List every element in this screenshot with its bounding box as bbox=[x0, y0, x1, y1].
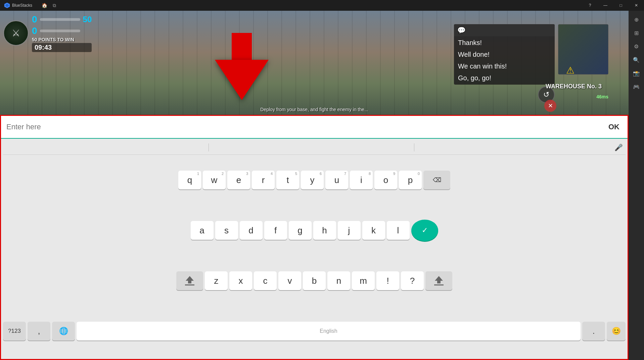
arrow-shaft bbox=[232, 33, 252, 60]
key-b[interactable]: b bbox=[303, 271, 326, 290]
key-e[interactable]: e3 bbox=[227, 171, 250, 189]
home-icon[interactable]: 🏠 bbox=[40, 2, 49, 9]
chat-option-1[interactable]: Thanks! bbox=[458, 39, 551, 47]
key-y[interactable]: y6 bbox=[301, 171, 324, 189]
sidebar-btn-6[interactable]: 🎮 bbox=[630, 81, 642, 93]
chat-option-3[interactable]: We can win this! bbox=[458, 62, 551, 70]
key-z[interactable]: z bbox=[205, 271, 228, 290]
chat-icon: 💬 bbox=[457, 26, 466, 34]
sidebar-btn-5[interactable]: 📸 bbox=[630, 67, 642, 79]
suggestion-divider-1 bbox=[209, 143, 209, 151]
chat-header: 💬 bbox=[454, 24, 555, 36]
game-timer: 09:43 bbox=[32, 43, 92, 52]
red-arrow-indicator bbox=[215, 34, 269, 100]
points-to-win-label: 50 POINTS TO WIN bbox=[32, 37, 92, 42]
key-u[interactable]: u7 bbox=[325, 171, 348, 189]
chat-option-4[interactable]: Go, go, go! bbox=[458, 74, 551, 82]
key-f[interactable]: f bbox=[264, 221, 287, 240]
key-k[interactable]: k bbox=[362, 221, 385, 240]
sidebar-btn-2[interactable]: ⊞ bbox=[630, 27, 642, 39]
comma-key[interactable]: , bbox=[28, 322, 50, 341]
latency-display: 46ms bbox=[596, 94, 608, 99]
emoji-key[interactable]: 😊 bbox=[607, 322, 626, 341]
key-q[interactable]: q1 bbox=[178, 171, 201, 189]
minimap: ⚠ bbox=[558, 24, 608, 75]
key-exclamation[interactable]: ! bbox=[376, 271, 399, 290]
key-s[interactable]: s bbox=[215, 221, 238, 240]
key-g[interactable]: g bbox=[289, 221, 312, 240]
key-x[interactable]: x bbox=[229, 271, 252, 290]
sidebar-btn-4[interactable]: 🔍 bbox=[630, 54, 642, 66]
red-score: 0 bbox=[32, 26, 37, 36]
right-sidebar: ⊕ ⊞ ⚙ 🔍 📸 🎮 bbox=[629, 11, 644, 360]
backspace-key[interactable]: ⌫ bbox=[423, 171, 450, 189]
key-p[interactable]: p0 bbox=[399, 171, 422, 189]
warning-icon: ⚠ bbox=[566, 65, 574, 75]
titlebar-nav-icons: 🏠 ⧉ bbox=[40, 2, 57, 9]
period-key[interactable]: . bbox=[582, 322, 605, 341]
keyboard-row-3: z x c v b n m ! ? bbox=[3, 256, 626, 306]
enter-key[interactable]: ✓ bbox=[411, 220, 438, 241]
ok-button[interactable]: OK bbox=[606, 121, 622, 133]
suggestion-divider-2 bbox=[414, 143, 414, 151]
text-input-field[interactable] bbox=[6, 123, 602, 131]
key-t[interactable]: t5 bbox=[276, 171, 299, 189]
shift-right-key[interactable] bbox=[425, 271, 452, 290]
key-a[interactable]: a bbox=[191, 221, 214, 240]
key-w[interactable]: w2 bbox=[203, 171, 226, 189]
sidebar-btn-1[interactable]: ⊕ bbox=[630, 13, 642, 26]
app-title: BlueStacks bbox=[12, 3, 32, 8]
key-h[interactable]: h bbox=[313, 221, 336, 240]
keyboard-row-2: a s d f g h j k l ✓ bbox=[3, 205, 626, 256]
key-o[interactable]: o9 bbox=[374, 171, 397, 189]
layers-icon[interactable]: ⧉ bbox=[51, 2, 57, 9]
keyboard-layout: 🎤 q1 w2 e3 r4 t5 y6 u7 i8 o9 p0 ⌫ a s d … bbox=[1, 139, 628, 359]
quick-chat-box: 💬 Thanks! Well done! We can win this! Go… bbox=[454, 24, 555, 85]
numeric-key[interactable]: ?123 bbox=[3, 322, 26, 341]
key-c[interactable]: c bbox=[254, 271, 277, 290]
location-label: WAREHOUSE No. 3 bbox=[546, 83, 602, 90]
maximize-button[interactable]: □ bbox=[613, 0, 629, 11]
deploy-instruction: Deploy from your base, and fight the ene… bbox=[260, 107, 368, 112]
key-j[interactable]: j bbox=[338, 221, 361, 240]
keyboard-row-1: q1 w2 e3 r4 t5 y6 u7 i8 o9 p0 ⌫ bbox=[3, 155, 626, 205]
titlebar: BlueStacks 🏠 ⧉ ? — □ ✕ bbox=[0, 0, 644, 11]
shift-left-key[interactable] bbox=[176, 271, 203, 290]
keyboard-area: OK 🎤 q1 w2 e3 r4 t5 y6 u7 i8 o9 p0 ⌫ a s… bbox=[0, 115, 629, 360]
close-chat-button[interactable]: ✕ bbox=[544, 100, 556, 112]
help-button[interactable]: ? bbox=[582, 0, 598, 11]
key-i[interactable]: i8 bbox=[350, 171, 373, 189]
key-n[interactable]: n bbox=[327, 271, 350, 290]
score-display: 0 50 0 50 POINTS TO WIN 09:43 bbox=[32, 14, 92, 52]
keyboard-row-4: ?123 , 🌐 English . 😊 bbox=[3, 306, 626, 356]
key-question[interactable]: ? bbox=[401, 271, 424, 290]
red-score-bar bbox=[40, 30, 80, 32]
close-button[interactable]: ✕ bbox=[629, 0, 644, 11]
microphone-button[interactable]: 🎤 bbox=[614, 143, 623, 151]
bluestacks-icon bbox=[4, 2, 10, 8]
target-score: 50 bbox=[83, 15, 92, 24]
key-v[interactable]: v bbox=[278, 271, 301, 290]
space-key[interactable]: English bbox=[77, 322, 581, 341]
window-controls: ? — □ ✕ bbox=[582, 0, 644, 11]
blue-score-bar bbox=[40, 18, 80, 21]
game-viewport: ⚔ 0 50 0 50 POINTS TO WIN 09:43 ⚠ 💬 bbox=[0, 11, 629, 115]
team-emblem: ⚔ bbox=[3, 20, 29, 46]
app-logo: BlueStacks bbox=[0, 2, 36, 8]
chat-options-list: Thanks! Well done! We can win this! Go, … bbox=[454, 36, 555, 85]
red-score-row: 0 bbox=[32, 26, 92, 36]
hud-topleft: ⚔ 0 50 0 50 POINTS TO WIN 09:43 bbox=[3, 14, 92, 52]
suggestion-bar: 🎤 bbox=[3, 140, 626, 155]
key-m[interactable]: m bbox=[352, 271, 375, 290]
key-r[interactable]: r4 bbox=[252, 171, 275, 189]
chat-option-2[interactable]: Well done! bbox=[458, 51, 551, 58]
text-input-bar: OK bbox=[1, 116, 628, 139]
blue-score: 0 bbox=[32, 14, 37, 25]
minimap-display: ⚠ bbox=[558, 25, 608, 74]
arrow-head bbox=[215, 60, 269, 100]
sidebar-btn-3[interactable]: ⚙ bbox=[630, 40, 642, 52]
minimize-button[interactable]: — bbox=[598, 0, 613, 11]
key-l[interactable]: l bbox=[387, 221, 410, 240]
globe-key[interactable]: 🌐 bbox=[52, 322, 75, 341]
key-d[interactable]: d bbox=[240, 221, 263, 240]
